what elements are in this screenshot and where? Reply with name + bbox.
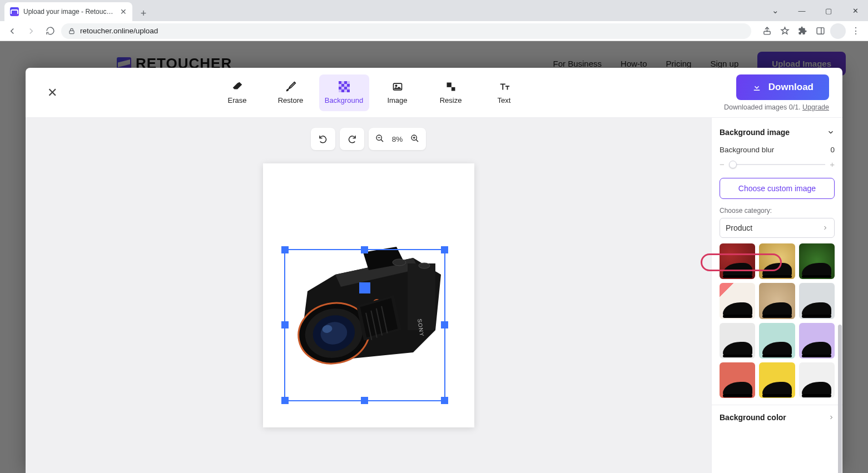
bookmark-icon[interactable] bbox=[777, 23, 792, 39]
browser-tab[interactable]: Upload your image - Retoucher.O ✕ bbox=[4, 2, 132, 21]
share-icon[interactable] bbox=[759, 23, 775, 39]
tool-resize[interactable]: Resize bbox=[426, 74, 476, 111]
resize-handle-n[interactable] bbox=[361, 246, 368, 253]
nav-back-button[interactable] bbox=[4, 23, 20, 39]
zoom-out-button[interactable] bbox=[375, 134, 384, 145]
download-quota-text: Downloaded images 0/1. Upgrade bbox=[724, 103, 829, 111]
extensions-icon[interactable] bbox=[795, 23, 810, 39]
shoe-preview-icon bbox=[723, 382, 752, 396]
zoom-in-button[interactable] bbox=[410, 134, 419, 145]
bg-thumbnail[interactable] bbox=[720, 283, 755, 318]
slider-thumb[interactable] bbox=[729, 161, 737, 168]
nav-reload-button[interactable] bbox=[42, 23, 58, 39]
editor-modal: ✕ Erase Restore Background bbox=[26, 68, 842, 473]
bg-thumbnail[interactable] bbox=[759, 362, 795, 398]
bg-thumbnail[interactable] bbox=[759, 283, 795, 318]
shoe-preview-icon bbox=[762, 382, 792, 396]
resize-handle-se[interactable] bbox=[441, 397, 448, 404]
undo-button[interactable] bbox=[311, 128, 335, 150]
shoe-preview-icon bbox=[802, 342, 831, 356]
category-select[interactable]: Product bbox=[720, 218, 835, 238]
slider-minus-icon[interactable]: − bbox=[720, 160, 725, 169]
rotate-handle[interactable] bbox=[359, 282, 370, 293]
tool-background[interactable]: Background bbox=[319, 74, 369, 111]
panel-background-image-header[interactable]: Background image bbox=[720, 126, 835, 143]
blur-slider[interactable]: − + bbox=[720, 156, 835, 178]
redo-button[interactable] bbox=[340, 128, 364, 150]
browser-toolbar: retoucher.online/upload ⋮ bbox=[0, 21, 868, 41]
bg-thumbnail[interactable] bbox=[720, 323, 755, 359]
shoe-preview-icon bbox=[723, 302, 752, 317]
download-button[interactable]: Download bbox=[736, 74, 829, 100]
window-maximize-icon[interactable]: ▢ bbox=[816, 2, 841, 19]
svg-rect-11 bbox=[341, 89, 344, 92]
window-close-icon[interactable]: ✕ bbox=[842, 2, 868, 19]
background-thumbnails bbox=[720, 243, 835, 398]
panel-background-color-header[interactable]: Background color bbox=[712, 405, 842, 422]
zoom-level: 8% bbox=[392, 135, 403, 143]
tool-text[interactable]: Text bbox=[479, 74, 529, 111]
shoe-preview-icon bbox=[802, 263, 831, 277]
svg-rect-15 bbox=[447, 83, 451, 87]
resize-handle-e[interactable] bbox=[441, 321, 448, 328]
tab-title: Upload your image - Retoucher.O bbox=[23, 8, 116, 16]
resize-handle-ne[interactable] bbox=[441, 246, 448, 253]
eraser-icon bbox=[231, 81, 244, 93]
profile-avatar[interactable] bbox=[830, 23, 846, 39]
tab-overflow-icon[interactable]: ⌄ bbox=[762, 2, 788, 19]
upgrade-link[interactable]: Upgrade bbox=[802, 103, 829, 111]
side-panel-icon[interactable] bbox=[812, 23, 828, 39]
resize-handle-w[interactable] bbox=[281, 321, 289, 328]
tab-close-icon[interactable]: ✕ bbox=[120, 7, 127, 16]
svg-rect-2 bbox=[817, 28, 824, 34]
svg-line-21 bbox=[416, 140, 418, 142]
tool-image[interactable]: Image bbox=[373, 74, 423, 111]
artboard-canvas[interactable]: SONY bbox=[263, 163, 474, 427]
chrome-menu-icon[interactable]: ⋮ bbox=[848, 23, 864, 39]
tool-erase[interactable]: Erase bbox=[212, 74, 262, 111]
slider-track[interactable] bbox=[729, 164, 825, 165]
svg-rect-16 bbox=[451, 87, 455, 91]
text-icon bbox=[498, 81, 510, 93]
new-tab-button[interactable]: + bbox=[136, 6, 151, 21]
resize-handle-nw[interactable] bbox=[281, 246, 289, 253]
bg-thumbnail[interactable] bbox=[799, 283, 835, 318]
shoe-preview-icon bbox=[762, 302, 792, 317]
svg-line-18 bbox=[381, 140, 383, 142]
bg-thumbnail[interactable] bbox=[720, 243, 755, 279]
chevron-down-icon bbox=[827, 128, 835, 136]
resize-handle-sw[interactable] bbox=[281, 397, 289, 404]
editor-toolbar: ✕ Erase Restore Background bbox=[26, 68, 842, 118]
sidebar-panel: Background image Background blur 0 − + C… bbox=[711, 118, 842, 473]
bg-thumbnail[interactable] bbox=[799, 323, 835, 359]
canvas-area: 8% bbox=[26, 118, 711, 473]
shoe-preview-icon bbox=[723, 342, 752, 356]
choose-category-label: Choose category: bbox=[720, 207, 835, 215]
shoe-preview-icon bbox=[802, 302, 831, 317]
editor-close-button[interactable]: ✕ bbox=[42, 83, 62, 103]
selection-bounding-box[interactable] bbox=[284, 249, 445, 401]
bg-thumbnail[interactable] bbox=[759, 243, 795, 279]
svg-rect-7 bbox=[341, 84, 344, 87]
category-value: Product bbox=[726, 223, 752, 232]
zoom-control: 8% bbox=[369, 128, 426, 150]
slider-plus-icon[interactable]: + bbox=[830, 160, 835, 169]
tool-restore[interactable]: Restore bbox=[266, 74, 316, 111]
url-text: retoucher.online/upload bbox=[80, 27, 158, 35]
svg-rect-9 bbox=[339, 87, 341, 89]
svg-rect-0 bbox=[70, 31, 74, 33]
download-icon bbox=[752, 82, 762, 92]
shoe-preview-icon bbox=[762, 263, 792, 277]
bg-thumbnail[interactable] bbox=[759, 323, 795, 359]
sidebar-scrollbar[interactable] bbox=[838, 325, 842, 473]
bg-thumbnail[interactable] bbox=[720, 362, 755, 398]
nav-forward-button[interactable] bbox=[23, 23, 39, 39]
choose-custom-image-button[interactable]: Choose custom image bbox=[720, 178, 835, 199]
bg-thumbnail[interactable] bbox=[799, 243, 835, 279]
lock-icon bbox=[68, 27, 76, 35]
address-bar[interactable]: retoucher.online/upload bbox=[61, 23, 751, 39]
resize-handle-s[interactable] bbox=[361, 397, 368, 404]
bg-thumbnail[interactable] bbox=[799, 362, 835, 398]
window-minimize-icon[interactable]: — bbox=[789, 2, 815, 19]
chevron-right-icon bbox=[828, 414, 835, 421]
